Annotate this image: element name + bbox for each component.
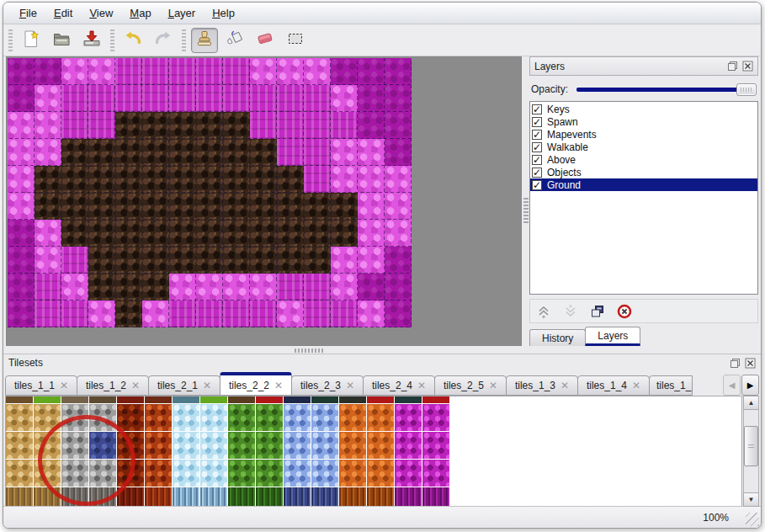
tileset-tile[interactable] [6,432,33,459]
close-tab-icon[interactable]: ✕ [632,380,640,391]
move-layer-down-icon[interactable] [562,303,579,320]
tileset-tile-waterfall[interactable] [34,487,61,507]
tileset-tile[interactable] [117,460,144,487]
tileset-tile-partial[interactable] [6,396,33,403]
close-panel-icon[interactable] [741,61,753,72]
menu-item-help[interactable]: Help [205,4,242,22]
tileset-tile[interactable] [395,432,422,459]
tileset-tile[interactable] [367,432,394,459]
scroll-tabs-left-icon[interactable]: ◀ [723,375,741,396]
tileset-tile-partial[interactable] [200,396,227,403]
close-tab-icon[interactable]: ✕ [417,380,426,391]
tileset-tile[interactable] [339,404,366,431]
tileset-scrollbar[interactable]: ▲ ▼ [743,396,759,507]
scrollbar-track[interactable] [744,409,758,493]
tileset-tab-tiles_2_5[interactable]: tiles_2_5✕ [434,375,507,396]
map-view[interactable] [6,56,522,346]
horizontal-splitter[interactable] [3,347,761,354]
tileset-tile-partial[interactable] [145,396,172,403]
map-canvas[interactable] [8,58,412,327]
tileset-tile[interactable] [284,404,311,431]
tileset-tile[interactable] [61,432,88,459]
tileset-tile[interactable] [34,460,61,487]
tileset-tile[interactable] [339,460,366,487]
tileset-tile-waterfall[interactable] [145,487,172,507]
layer-row-keys[interactable]: ✓Keys [530,103,757,115]
scroll-tabs-right-icon[interactable]: ▶ [741,375,759,396]
tileset-tile[interactable] [173,460,199,487]
tileset-tab-tiles_2_2[interactable]: tiles_2_2✕ [220,372,292,396]
menu-item-file[interactable]: File [12,4,45,22]
layer-row-above[interactable]: ✓Above [530,153,757,166]
tileset-tile-waterfall[interactable] [200,487,227,507]
close-tab-icon[interactable]: ✕ [489,380,497,391]
scroll-up-icon[interactable]: ▲ [743,396,759,410]
tileset-tile[interactable] [422,460,449,487]
tileset-tile[interactable] [228,404,255,431]
tileset-tile[interactable] [89,404,116,431]
tileset-tab-tiles_2_1[interactable]: tiles_2_1✕ [148,375,220,396]
tileset-tile-waterfall[interactable] [422,487,449,507]
tileset-tile-partial[interactable] [61,396,88,403]
tileset-tab-tiles_1_3[interactable]: tiles_1_3✕ [506,375,578,396]
select-tool-button[interactable] [282,28,309,53]
tileset-tile[interactable] [145,432,172,459]
tileset-tile[interactable] [284,432,311,459]
close-tab-icon[interactable]: ✕ [203,380,211,391]
fill-tool-button[interactable] [221,28,248,53]
tileset-tile-waterfall[interactable] [173,487,199,507]
vertical-splitter[interactable] [523,56,529,346]
delete-layer-icon[interactable] [616,303,633,320]
tileset-tile[interactable] [34,432,61,459]
tileset-tab-tiles_2_4[interactable]: tiles_2_4✕ [363,375,435,396]
tileset-tile[interactable] [256,432,283,459]
toolbar-drag-handle[interactable] [8,29,13,51]
close-panel-icon[interactable] [744,357,756,369]
tileset-tile[interactable] [339,432,366,459]
tileset-tile[interactable] [284,460,311,487]
tileset-tile-waterfall[interactable] [311,487,338,507]
close-tab-icon[interactable]: ✕ [346,380,354,391]
close-tab-icon[interactable]: ✕ [274,380,283,391]
layer-visibility-checkbox[interactable]: ✓ [532,142,542,152]
opacity-slider-handle[interactable] [736,83,757,96]
tileset-grid[interactable] [6,396,449,507]
tileset-view[interactable] [5,396,742,507]
tileset-tile-partial[interactable] [395,396,422,403]
tileset-tile[interactable] [311,404,338,431]
float-panel-icon[interactable] [726,61,738,72]
layer-visibility-checkbox[interactable]: ✓ [532,168,542,178]
tileset-tile[interactable] [311,460,338,487]
tileset-tile[interactable] [228,460,255,487]
layer-visibility-checkbox[interactable]: ✓ [532,104,542,114]
float-panel-icon[interactable] [729,357,741,369]
tileset-tile-waterfall[interactable] [284,487,311,507]
move-layer-up-icon[interactable] [535,303,552,320]
tileset-tile-waterfall[interactable] [395,487,422,507]
tileset-tile[interactable] [256,460,283,487]
duplicate-layer-icon[interactable] [589,303,606,320]
tileset-tile-partial[interactable] [228,396,255,403]
tileset-tile-waterfall[interactable] [89,487,116,507]
tileset-tile-partial[interactable] [339,396,366,403]
tileset-tile[interactable] [422,432,449,459]
tileset-tab-tiles_1_1[interactable]: tiles_1_1✕ [5,375,77,396]
tileset-tile-partial[interactable] [284,396,311,403]
eraser-tool-button[interactable] [252,28,279,53]
tileset-tile-waterfall[interactable] [339,487,366,507]
scroll-down-icon[interactable]: ▼ [743,492,759,507]
close-tab-icon[interactable]: ✕ [60,380,68,391]
tileset-tile-waterfall[interactable] [228,487,255,507]
tileset-tile[interactable] [6,460,33,487]
tileset-tile[interactable] [145,460,172,487]
tileset-tile[interactable] [395,460,422,487]
tileset-tile[interactable] [200,404,227,431]
tileset-tile-waterfall[interactable] [367,487,394,507]
menu-item-layer[interactable]: Layer [161,4,204,22]
layer-visibility-checkbox[interactable]: ✓ [532,117,542,127]
tileset-tile-partial[interactable] [89,396,116,403]
tileset-tile-waterfall[interactable] [6,487,33,507]
layer-row-walkable[interactable]: ✓Walkable [530,141,757,153]
tileset-tile-partial[interactable] [367,396,394,403]
layer-visibility-checkbox[interactable]: ✓ [532,155,542,165]
